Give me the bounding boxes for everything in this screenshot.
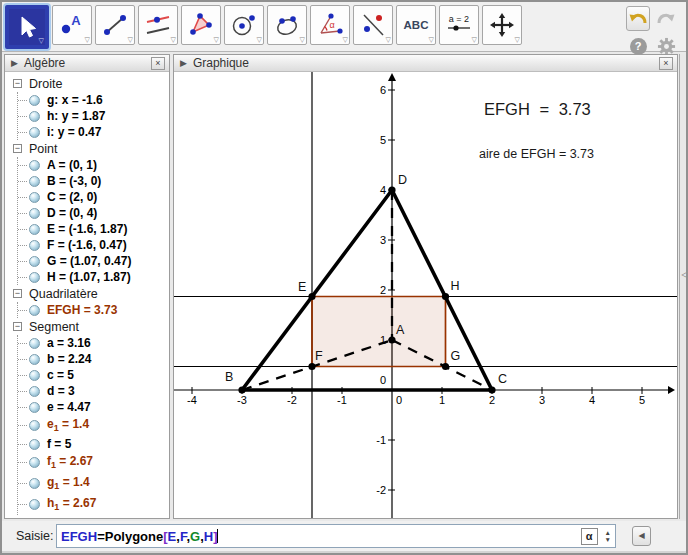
point-label-E[interactable]: E [298,280,306,294]
point-label-B[interactable]: B [225,370,233,384]
point-F[interactable] [308,363,315,370]
algebra-section-droite[interactable]: −Droite [5,75,169,92]
tool-conic-button[interactable]: ▽ [267,5,307,45]
tool-reflection-button[interactable]: ▽ [353,5,393,45]
algebra-item-text[interactable]: f1 = 2.67 [47,454,93,470]
algebra-item[interactable]: H = (1.07, 1.87) [18,269,169,285]
tool-point-button[interactable]: A▽ [52,5,92,45]
algebra-item[interactable]: g: x = -1.6 [18,92,169,108]
visibility-marble-icon[interactable] [29,478,40,489]
tool-dropdown-icon[interactable]: ▽ [386,36,391,43]
point-A[interactable] [388,336,395,343]
algebra-item[interactable]: g1 = 1.4 [18,473,169,494]
algebra-item-text[interactable]: d = 3 [47,384,75,398]
visibility-marble-icon[interactable] [29,272,40,283]
tool-segment-button[interactable]: ▽ [95,5,135,45]
algebra-item[interactable]: d = 3 [18,383,169,399]
redo-button[interactable] [654,6,678,31]
algebra-item[interactable]: c = 5 [18,367,169,383]
algebra-item[interactable]: B = (-3, 0) [18,173,169,189]
tool-dropdown-icon[interactable]: ▽ [214,36,219,43]
visibility-marble-icon[interactable] [29,305,40,316]
close-icon[interactable]: × [659,57,673,70]
collapse-icon[interactable]: − [13,79,22,88]
input-history-spinner[interactable]: ▲▼ [605,529,611,543]
algebra-item-text[interactable]: f = 5 [47,437,71,451]
visibility-marble-icon[interactable] [29,240,40,251]
algebra-item-text[interactable]: b = 2.24 [47,352,91,366]
algebra-item-text[interactable]: g1 = 1.4 [47,475,90,491]
tool-dropdown-icon[interactable]: ▽ [472,36,477,43]
point-label-G[interactable]: G [451,349,461,363]
algebra-item-text[interactable]: H = (1.07, 1.87) [47,270,131,284]
graph-text-annotation[interactable]: EFGH = 3.73 [484,100,591,118]
algebra-item-text[interactable]: e = 4.47 [47,400,91,414]
algebra-item[interactable]: C = (2, 0) [18,189,169,205]
point-E[interactable] [308,293,315,300]
tool-circle-button[interactable]: ▽ [224,5,264,45]
algebra-item-text[interactable]: c = 5 [47,368,74,382]
tool-dropdown-icon[interactable]: ▽ [39,37,44,44]
graphics-canvas[interactable]: -4-3-2-1012345-2-10123456ABCDEFGHEFGH = … [174,72,677,518]
point-C[interactable] [488,386,495,393]
algebra-item[interactable]: EFGH = 3.73 [18,302,169,318]
tool-dropdown-icon[interactable]: ▽ [85,36,90,43]
algebra-item[interactable]: E = (-1.6, 1.87) [18,221,169,237]
point-label-F[interactable]: F [315,349,323,363]
algebra-item[interactable]: F = (-1.6, 0.47) [18,237,169,253]
visibility-marble-icon[interactable] [29,457,40,468]
algebra-item[interactable]: h1 = 2.67 [18,494,169,515]
tool-text-button[interactable]: ABC▽ [396,5,436,45]
tool-slider-button[interactable]: a = 2▽ [439,5,479,45]
point-label-A[interactable]: A [396,323,405,337]
visibility-marble-icon[interactable] [29,402,40,413]
algebra-item-text[interactable]: h1 = 2.67 [47,496,96,512]
tool-angle-button[interactable]: α▽ [310,5,350,45]
collapse-icon[interactable]: − [13,289,22,298]
algebra-item-text[interactable]: EFGH = 3.73 [47,303,117,317]
algebra-item-text[interactable]: G = (1.07, 0.47) [47,254,131,268]
algebra-item[interactable]: h: y = 1.87 [18,108,169,124]
algebra-item-text[interactable]: e1 = 1.4 [47,417,89,433]
algebra-section-point[interactable]: −Point [5,140,169,157]
tool-dropdown-icon[interactable]: ▽ [171,36,176,43]
algebra-item-text[interactable]: h: y = 1.87 [47,109,105,123]
visibility-marble-icon[interactable] [29,127,40,138]
algebra-item[interactable]: a = 3.16 [18,335,169,351]
graph-text-annotation[interactable]: aire de EFGH = 3.73 [479,147,594,161]
algebra-item-text[interactable]: a = 3.16 [47,336,91,350]
algebra-item-text[interactable]: D = (0, 4) [47,206,97,220]
point-label-H[interactable]: H [451,279,460,293]
visibility-marble-icon[interactable] [29,370,40,381]
visibility-marble-icon[interactable] [29,111,40,122]
visibility-marble-icon[interactable] [29,160,40,171]
algebra-item-text[interactable]: g: x = -1.6 [47,93,103,107]
algebra-item-text[interactable]: A = (0, 1) [47,158,97,172]
spinner-up-icon[interactable]: ▲ [605,529,611,536]
point-label-C[interactable]: C [498,372,507,386]
collapse-icon[interactable]: − [13,322,22,331]
algebra-item[interactable]: D = (0, 4) [18,205,169,221]
panel-expand-icon[interactable]: ▶ [11,58,18,68]
visibility-marble-icon[interactable] [29,208,40,219]
algebra-item[interactable]: e1 = 1.4 [18,415,169,436]
algebra-item[interactable]: f1 = 2.67 [18,452,169,473]
algebra-item-text[interactable]: C = (2, 0) [47,190,97,204]
visibility-marble-icon[interactable] [29,499,40,510]
algebra-item[interactable]: i: y = 0.47 [18,124,169,140]
point-H[interactable] [442,293,449,300]
visibility-marble-icon[interactable] [29,176,40,187]
algebra-section-quadrilatere[interactable]: −Quadrilatère [5,285,169,302]
tool-dropdown-icon[interactable]: ▽ [515,36,520,43]
tool-polygon-button[interactable]: ▽ [181,5,221,45]
algebra-item[interactable]: A = (0, 1) [18,157,169,173]
tool-dropdown-icon[interactable]: ▽ [343,36,348,43]
spinner-down-icon[interactable]: ▼ [605,536,611,543]
algebra-item[interactable]: e = 4.47 [18,399,169,415]
point-D[interactable] [388,186,395,193]
visibility-marble-icon[interactable] [29,420,40,431]
algebra-item-text[interactable]: i: y = 0.47 [47,125,101,139]
visibility-marble-icon[interactable] [29,338,40,349]
point-G[interactable] [442,363,449,370]
visibility-marble-icon[interactable] [29,95,40,106]
